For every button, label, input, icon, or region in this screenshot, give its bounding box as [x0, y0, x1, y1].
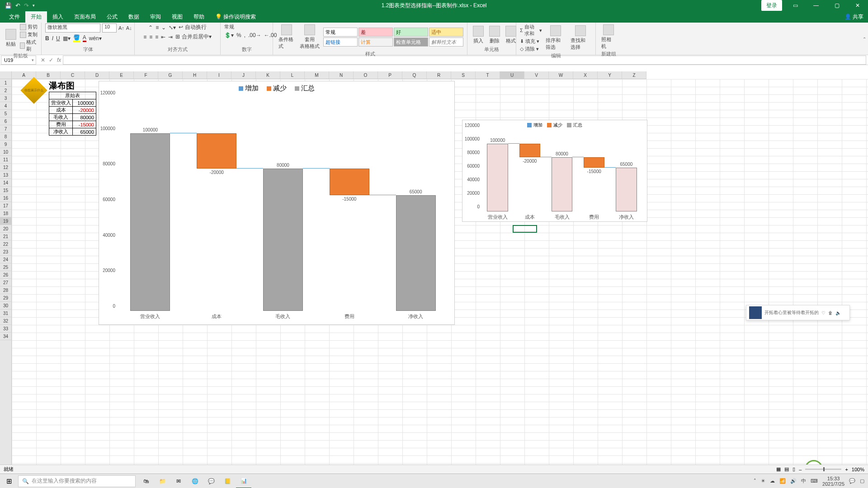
waterfall-chart-small[interactable]: 增加减少汇总 020000400006000080000100000120000…: [462, 120, 647, 222]
decrease-font-icon[interactable]: A↓: [126, 25, 132, 31]
font-name-select[interactable]: 微软雅黑: [45, 23, 100, 33]
tray-ime-icon[interactable]: 中: [801, 478, 806, 484]
align-right-icon[interactable]: ≡: [155, 34, 158, 40]
tray-action-center-icon[interactable]: ▢: [860, 478, 864, 484]
formula-input[interactable]: [63, 56, 866, 65]
data-table[interactable]: 原始表营业收入100000成本-20000毛收入80000费用-15000净收入…: [49, 92, 96, 136]
cell-style-7[interactable]: 解释性文本: [429, 38, 463, 47]
column-headers[interactable]: ABCDEFGHIJKLMNOPQRSTUVWXYZ: [12, 71, 646, 79]
zoom-slider[interactable]: [805, 469, 841, 470]
cell-style-3[interactable]: 适中: [429, 28, 463, 37]
conditional-format-button[interactable]: 条件格式: [277, 23, 296, 51]
indent-dec-icon[interactable]: ⇤: [161, 34, 165, 40]
copy-button[interactable]: 复制: [20, 31, 38, 38]
cut-button[interactable]: 剪切: [20, 23, 38, 30]
ribbon-options-icon[interactable]: ▭: [785, 0, 806, 11]
bold-button[interactable]: B: [45, 35, 49, 42]
tray-wifi-icon[interactable]: 📶: [779, 478, 786, 484]
windows-taskbar[interactable]: ⊞ 🔍 在这里输入你要搜索的内容 🛍 📁 ✉ 🌐 💬 📒 📊 ˄ ☀ ☁ 📶 🔊…: [0, 474, 868, 488]
tray-notification-icon[interactable]: 💬: [849, 478, 855, 484]
cancel-formula-icon[interactable]: ✕: [41, 57, 45, 63]
ribbon-tab-0[interactable]: 文件: [4, 11, 25, 23]
table-format-button[interactable]: 套用 表格格式: [298, 23, 321, 51]
view-normal-icon[interactable]: ▦: [776, 466, 781, 472]
orientation-icon[interactable]: ⤡▾: [169, 24, 176, 31]
ribbon-tab-5[interactable]: 数据: [123, 11, 145, 23]
close-button[interactable]: ✕: [847, 0, 868, 11]
fx-icon[interactable]: fx: [57, 57, 61, 63]
maximize-button[interactable]: ▢: [826, 0, 847, 11]
taskbar-app-store-icon[interactable]: 🛍: [138, 474, 154, 488]
fill-color-button[interactable]: 🪣: [73, 34, 80, 42]
cell-style-5[interactable]: 计算: [359, 38, 393, 47]
tray-volume-icon[interactable]: 🔊: [790, 478, 797, 484]
tray-cloud-icon[interactable]: ☁: [770, 478, 775, 484]
tray-date[interactable]: 2021/7/25: [822, 481, 844, 487]
view-pagebreak-icon[interactable]: ▯: [793, 466, 795, 472]
taskbar-search[interactable]: 🔍 在这里输入你要搜索的内容: [18, 475, 136, 487]
undo-icon[interactable]: ↶: [15, 2, 20, 9]
speaker-icon[interactable]: 🔈: [835, 310, 841, 315]
enter-formula-icon[interactable]: ✓: [49, 57, 53, 63]
ribbon-tab-4[interactable]: 公式: [101, 11, 123, 23]
cell-style-6[interactable]: 检查单元格: [394, 38, 428, 47]
italic-button[interactable]: I: [52, 35, 53, 42]
align-left-icon[interactable]: ≡: [143, 34, 146, 40]
inc-decimal-icon[interactable]: .00→: [248, 32, 261, 38]
ribbon-tab-2[interactable]: 插入: [47, 11, 69, 23]
insert-cells-button[interactable]: 插入: [471, 25, 486, 45]
format-painter-button[interactable]: 格式刷: [20, 39, 38, 52]
redo-icon[interactable]: ↷: [24, 2, 29, 9]
heart-icon[interactable]: ♡: [821, 310, 826, 315]
collapse-ribbon-icon[interactable]: ⌃: [863, 36, 866, 41]
taskbar-app-mail-icon[interactable]: ✉: [171, 474, 186, 488]
zoom-in-icon[interactable]: +: [845, 467, 848, 472]
cell-style-0[interactable]: 常规: [323, 28, 358, 37]
zoom-level[interactable]: 100%: [852, 467, 864, 472]
tray-time[interactable]: 15:33: [822, 476, 844, 481]
row-headers[interactable]: 1234567891011121314151617181920212223242…: [0, 79, 12, 471]
currency-icon[interactable]: 💲▾: [224, 32, 234, 38]
number-format-select[interactable]: 常规: [224, 23, 269, 30]
cell-style-4[interactable]: 超链接: [323, 38, 358, 47]
font-color-button[interactable]: A: [83, 34, 86, 42]
cell-style-1[interactable]: 差: [359, 28, 393, 37]
merge-center-button[interactable]: ⊞ 合并后居中▾: [175, 33, 211, 41]
border-button[interactable]: ▦▾: [63, 35, 71, 42]
start-button[interactable]: ⊞: [0, 474, 18, 488]
ribbon-tab-9[interactable]: 💡 操作说明搜索: [210, 11, 261, 23]
fill-button[interactable]: ⬇ 填充▾: [520, 38, 542, 45]
phonetic-button[interactable]: wén▾: [89, 35, 102, 42]
find-select-button[interactable]: 查找和选择: [569, 24, 592, 52]
delete-cells-button[interactable]: 删除: [487, 25, 502, 45]
qat-more-icon[interactable]: ▾: [33, 3, 35, 8]
tray-keyboard-icon[interactable]: ⌨: [811, 478, 818, 484]
ribbon-tab-3[interactable]: 页面布局: [69, 11, 101, 23]
tray-chevron-icon[interactable]: ˄: [754, 478, 756, 484]
zoom-out-icon[interactable]: –: [799, 467, 802, 472]
view-layout-icon[interactable]: ▤: [784, 466, 789, 472]
percent-icon[interactable]: %: [236, 32, 241, 38]
ribbon-tab-7[interactable]: 视图: [166, 11, 188, 23]
increase-font-icon[interactable]: A↑: [118, 25, 124, 31]
align-center-icon[interactable]: ≡: [149, 34, 152, 40]
comma-icon[interactable]: ,: [244, 32, 245, 38]
clear-button[interactable]: ◇ 清除▾: [520, 46, 542, 52]
font-size-select[interactable]: 10: [102, 23, 117, 33]
share-button[interactable]: 👤 共享: [844, 13, 863, 21]
align-bottom-icon[interactable]: ⌄: [161, 24, 166, 31]
align-middle-icon[interactable]: ≡: [156, 24, 159, 31]
indent-inc-icon[interactable]: ⇥: [168, 34, 173, 40]
worksheet-grid[interactable]: ABCDEFGHIJKLMNOPQRSTUVWXYZ 1234567891011…: [0, 71, 868, 471]
name-box[interactable]: U19: [1, 56, 36, 65]
minimize-button[interactable]: —: [806, 0, 826, 11]
select-all-corner[interactable]: [0, 71, 12, 79]
taskbar-app-note-icon[interactable]: 📒: [220, 474, 235, 488]
cell-style-2[interactable]: 好: [394, 28, 428, 37]
music-notification[interactable]: 开拓着心里被等待着开拓的 ♡ 🗑 🔈: [746, 305, 850, 320]
taskbar-app-explorer-icon[interactable]: 📁: [155, 474, 170, 488]
underline-button[interactable]: U: [56, 35, 60, 42]
trash-icon[interactable]: 🗑: [828, 310, 833, 315]
ribbon-tab-1[interactable]: 开始: [25, 11, 47, 23]
taskbar-app-excel-icon[interactable]: 📊: [236, 474, 251, 488]
